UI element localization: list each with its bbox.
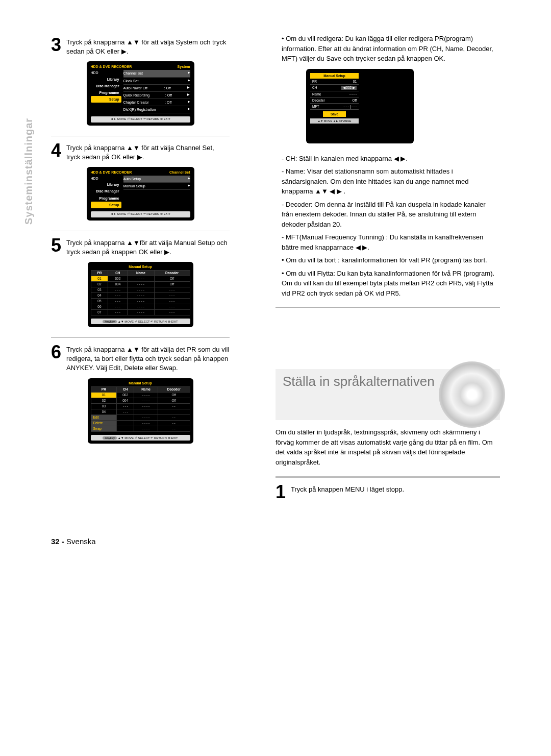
osd-screen-channel-set: HDD & DVD RECORDER Channel Set HDD Libra… <box>87 167 194 220</box>
osd-title-left: HDD & DVD RECORDER <box>91 170 132 175</box>
osd-form-row: Name- - - - <box>310 91 359 97</box>
osd-table-title: Manual Setup <box>91 381 190 386</box>
osd-left-item: Library <box>91 181 121 188</box>
osd-form-row-active: CH◀ 002 ▶ <box>310 85 359 91</box>
divider <box>276 307 500 308</box>
anykey-pill: Anykey <box>103 320 117 323</box>
osd-row: Channel Set▶ <box>123 70 190 77</box>
osd-left-item: Disc Manager <box>91 83 121 89</box>
table-header: CH <box>108 270 128 276</box>
bullet-edit: • Om du vill redigera: Du kan lägga till… <box>282 34 495 64</box>
osd-row: Clock Set▶ <box>123 78 190 85</box>
osd-footer: ◄► MOVE ⏎ SELECT ↶ RETURN ⊗ EXIT <box>91 116 190 123</box>
osd-left-item: Disc Manager <box>91 188 121 194</box>
osd-row: Auto Power Off: Off▶ <box>123 85 190 92</box>
osd-row: Chapter Creator: Off▶ <box>123 99 190 106</box>
osd-save-button: Save <box>323 111 346 117</box>
step-text: Tryck på knapparna ▲▼ för att välja Chan… <box>66 141 230 162</box>
divider <box>51 337 230 338</box>
osd-form-row: MFT- - - | - - - <box>310 104 359 110</box>
step-number: 5 <box>51 236 66 257</box>
edit-menu-row: Edit- - - -- - <box>91 414 190 420</box>
bullet-name: - Name: Visar det stationsnamn som autom… <box>282 166 495 197</box>
table-row: 04- - - <box>91 409 190 414</box>
step-text: Tryck på knappen MENU i läget stopp. <box>291 483 404 501</box>
edit-menu-row: Delete- - - -- - <box>91 420 190 426</box>
section-heading: Ställa in språkalternativen <box>283 374 493 389</box>
bullet-ch: - CH: Ställ in kanalen med knapparna ◀ ▶… <box>282 154 495 164</box>
edit-menu-row: Swap- - - -- - <box>91 426 190 431</box>
osd-title-right: System <box>178 64 190 69</box>
divider <box>51 231 230 231</box>
section-intro: Om du ställer in ljudspråk, textningsspr… <box>276 427 500 467</box>
step-4: 4 Tryck på knapparna ▲▼ för att välja Ch… <box>51 141 230 162</box>
osd-left-item: Library <box>91 76 121 83</box>
table-row: 07- - -- - - -- - - <box>91 309 190 315</box>
osd-left-item: Programme <box>91 89 121 96</box>
sidebar-vertical-label: Systeminställningar <box>23 118 35 225</box>
osd-row: Quick Recording: Off▶ <box>123 92 190 99</box>
divider-thick <box>276 476 500 478</box>
osd-footer: Anykey ▲▼ MOVE ⏎ SELECT ↶ RETURN ⊗ EXIT <box>91 435 190 441</box>
osd-row: Manual Setup▶ <box>123 183 190 190</box>
left-column: 3 Tryck på knapparna ▲▼ för att välja Sy… <box>51 31 230 454</box>
right-column: • Om du vill redigera: Du kan lägga till… <box>276 31 500 506</box>
disc-icon <box>439 361 505 428</box>
osd-table-title: Manual Setup <box>91 265 190 270</box>
osd-screen-manual-setup-edit: Manual Setup PR CH Name Decoder 01002- -… <box>88 378 193 444</box>
bullet-mft: - MFT(Manual Frequency Tunning) : Du kan… <box>282 232 495 252</box>
step-5: 5 Tryck på knapparna ▲▼för att välja Man… <box>51 236 230 257</box>
osd-screen-manual-setup-table: Manual Setup PR CH Name Decoder 01002- -… <box>88 262 193 327</box>
bullet-move: • Om du vill Flytta: Du kan byta kanalin… <box>282 269 495 299</box>
table-row: 02004- - - -Off <box>91 398 190 403</box>
table-header: Name <box>134 386 158 392</box>
table-row: 03- - -- - - -- - - <box>91 287 190 292</box>
table-row: 06- - -- - - -- - - <box>91 304 190 309</box>
table-row: 03- - -- - - -- - <box>91 403 190 409</box>
table-header: Decoder <box>154 270 190 276</box>
table-header: Name <box>128 270 154 276</box>
anykey-pill: Anykey <box>103 436 117 440</box>
step-3: 3 Tryck på knapparna ▲▼ för att välja Sy… <box>51 36 230 56</box>
osd-form-row: DecoderOff <box>310 97 359 104</box>
osd-form-row: PR01 <box>310 79 359 85</box>
step-1: 1 Tryck på knappen MENU i läget stopp. <box>276 483 500 501</box>
page-footer: 32 - Svenska <box>51 506 500 546</box>
step-text: Tryck på knapparna ▲▼för att välja Manua… <box>66 236 230 257</box>
osd-row: DivX(R) Registration▶ <box>123 106 190 113</box>
section-heading-band: Ställa in språkalternativen <box>276 369 500 420</box>
osd-left-item: Programme <box>91 195 121 202</box>
step-text: Tryck på knapparna ▲▼ för att välja det … <box>66 343 230 373</box>
osd-screen-manual-setup-form: Manual Setup PR01 CH◀ 002 ▶ Name- - - - … <box>306 69 414 143</box>
osd-left-item-active: Setup <box>91 96 121 103</box>
osd-title-left: HDD & DVD RECORDER <box>91 64 132 69</box>
table-header: PR <box>91 386 117 392</box>
table-header: PR <box>91 270 108 276</box>
step-number: 3 <box>51 36 66 56</box>
osd-row: Auto Setup▶ <box>123 176 190 183</box>
osd-form-title: Manual Setup <box>310 73 359 79</box>
table-header: CH <box>117 386 134 392</box>
step-text: Tryck på knapparna ▲▼ för att välja Syst… <box>66 36 230 56</box>
table-row: 05- - -- - - -- - - <box>91 298 190 304</box>
table-header: Decoder <box>158 386 190 392</box>
table-row: 01002- - - -Off <box>91 392 190 398</box>
osd-hdd-label: HDD <box>91 70 121 76</box>
table-row: 04- - -- - - -- - - <box>91 292 190 298</box>
table-row: 02004- - - -Off <box>91 281 190 287</box>
osd-footer: Anykey ▲▼ MOVE ⏎ SELECT ↶ RETURN ⊗ EXIT <box>91 319 190 324</box>
divider <box>51 136 230 136</box>
step-number: 4 <box>51 141 66 162</box>
osd-hdd-label: HDD <box>91 176 121 181</box>
step-number: 1 <box>276 483 291 501</box>
step-number: 6 <box>51 343 66 373</box>
bullet-decoder: - Decoder: Om denna är inställd till På … <box>282 200 495 230</box>
bullet-delete: • Om du vill ta bort : kanalinformatione… <box>282 255 495 265</box>
osd-title-right: Channel Set <box>169 170 190 175</box>
osd-form-footer: ▲▼ MOVE ◄► CHANGE <box>310 118 359 124</box>
osd-footer: ◄► MOVE ⏎ SELECT ↶ RETURN ⊗ EXIT <box>91 211 190 217</box>
osd-left-item-active: Setup <box>91 202 121 208</box>
osd-screen-system: HDD & DVD RECORDER System HDD Library Di… <box>87 61 194 125</box>
page-language: Svenska <box>66 537 96 546</box>
table-row: 01002- - - -Off <box>91 276 190 281</box>
